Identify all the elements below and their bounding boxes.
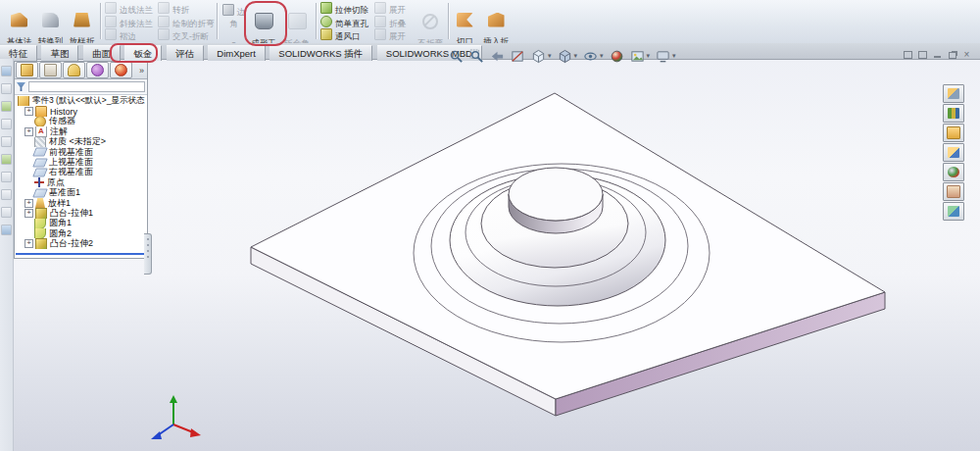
document-recovery-icon	[948, 206, 959, 217]
tree-item-top-plane[interactable]: 上视基准面	[15, 157, 147, 167]
expand-icon[interactable]	[24, 127, 33, 136]
dimxpertmanager-tab[interactable]	[86, 62, 109, 78]
left-toolbar-icon[interactable]	[1, 154, 12, 165]
panel-splitter-handle[interactable]	[144, 233, 152, 275]
tree-item-label: 基准面1	[49, 188, 80, 198]
view-palette-button[interactable]	[943, 143, 964, 162]
task-pane-strip	[943, 84, 964, 222]
tab-surfaces[interactable]: 曲面	[83, 45, 121, 61]
tree-item-plane1[interactable]: 基准面1	[15, 188, 147, 198]
restore-button[interactable]	[946, 49, 958, 61]
minimize-button[interactable]	[931, 49, 944, 61]
tree-item-label: 上视基准面	[49, 157, 93, 167]
configurationmanager-tab[interactable]	[63, 62, 85, 78]
apply-scene-button[interactable]	[627, 48, 654, 65]
tree-item-label: 注解	[50, 126, 68, 136]
propertymanager-tab[interactable]	[39, 62, 62, 78]
view-orientation-button[interactable]	[528, 48, 555, 65]
zoom-to-area-button[interactable]	[466, 48, 487, 65]
left-toolbar-icon[interactable]	[1, 136, 12, 147]
display-style-button[interactable]	[555, 48, 581, 65]
left-toolbar-icon[interactable]	[1, 83, 12, 94]
tree-filter-input[interactable]	[28, 81, 145, 92]
expand-icon[interactable]	[24, 239, 33, 248]
left-toolbar-icon[interactable]	[1, 225, 12, 235]
zoom-to-fit-button[interactable]	[446, 48, 466, 65]
plane-icon	[32, 188, 47, 197]
edit-appearance-icon	[610, 49, 624, 64]
boss-top-face[interactable]	[509, 168, 603, 221]
displaymanager-tab[interactable]	[110, 62, 132, 78]
tree-item-history[interactable]: History	[15, 106, 147, 116]
manager-tabs-overflow-button[interactable]: »	[139, 66, 146, 75]
material-icon	[34, 137, 46, 147]
heads-up-view-toolbar	[446, 47, 679, 65]
tab-sketch[interactable]: 草图	[41, 45, 78, 61]
filter-funnel-icon	[17, 82, 25, 91]
left-toolbar-icon[interactable]	[1, 172, 12, 182]
tree-item-label: 圆角1	[49, 219, 72, 228]
solidworks-window: 基体法 兰/薄片 转换到 钣金 放样折 弯 边线法兰 斜接法兰 褶边 转折 绘制…	[0, 0, 980, 451]
tree-item-annotations[interactable]: 注解	[15, 126, 147, 136]
expand-icon[interactable]	[24, 209, 33, 218]
edit-appearance-button[interactable]	[607, 48, 627, 65]
tab-solidworks-addins[interactable]: SOLIDWORKS 插件	[270, 45, 372, 61]
file-explorer-icon	[947, 126, 960, 139]
part-model[interactable]	[251, 93, 885, 416]
view-settings-button[interactable]	[653, 48, 679, 65]
tree-item-boss-extrude2[interactable]: 凸台-拉伸2	[15, 238, 147, 248]
apply-scene-icon	[630, 49, 645, 64]
hide-show-items-button[interactable]	[580, 48, 607, 65]
left-toolbar-icon[interactable]	[1, 207, 12, 218]
previous-view-icon	[490, 49, 505, 64]
close-button[interactable]: ×	[960, 49, 973, 61]
expand-icon[interactable]	[24, 107, 33, 116]
triad-x-axis	[173, 425, 193, 432]
sensor-icon	[34, 117, 46, 126]
tree-item-origin[interactable]: 原点	[15, 177, 147, 187]
tree-item-right-plane[interactable]: 右视基准面	[15, 168, 147, 177]
left-toolbar-icon[interactable]	[1, 119, 12, 129]
section-view-button[interactable]	[508, 48, 528, 65]
custom-properties-button[interactable]	[943, 182, 964, 201]
tree-item-sensors[interactable]: 传感器	[15, 117, 147, 126]
tab-evaluate[interactable]: 评估	[167, 45, 204, 61]
document-recovery-button[interactable]	[943, 202, 964, 221]
tree-item-part[interactable]: 零件3 (默认<<默认>_显示状态	[15, 96, 147, 106]
solidworks-resources-icon	[948, 88, 959, 99]
tree-filter-row	[15, 79, 147, 95]
property-manager-icon	[44, 64, 57, 76]
window-icon	[918, 51, 927, 59]
tree-item-loft1[interactable]: 放样1	[15, 198, 147, 208]
feature-tree-icon	[21, 64, 33, 76]
featuremanager-panel: » 零件3 (默认<<默认>_显示状态 History 传感器 注解 材质 <未…	[14, 61, 148, 259]
solidworks-resources-button[interactable]	[943, 84, 964, 103]
left-toolbar-icon[interactable]	[1, 189, 12, 200]
tree-item-boss-extrude1[interactable]: 凸台-拉伸1	[15, 208, 147, 218]
design-library-button[interactable]	[943, 104, 964, 123]
triad-y-arrowhead	[170, 395, 177, 403]
design-library-icon	[948, 108, 959, 119]
tree-item-label: 凸台-拉伸2	[50, 238, 93, 248]
expand-icon[interactable]	[24, 199, 33, 208]
appearances-scenes-button[interactable]	[943, 163, 964, 181]
left-toolbar-icon[interactable]	[1, 101, 12, 112]
featuremanager-tree-tab[interactable]	[16, 62, 38, 78]
tree-item-fillet2[interactable]: 圆角2	[15, 228, 147, 238]
tree-item-front-plane[interactable]: 前视基准面	[15, 147, 147, 157]
tree-item-fillet1[interactable]: 圆角1	[15, 219, 147, 228]
manager-tab-bar: »	[15, 62, 147, 79]
tree-item-material[interactable]: 材质 <未指定>	[15, 137, 147, 147]
window-button-1[interactable]	[902, 49, 914, 61]
previous-view-button[interactable]	[487, 48, 508, 65]
rollback-bar[interactable]	[16, 253, 146, 255]
left-toolbar-icon[interactable]	[1, 66, 12, 76]
window-button-2[interactable]	[916, 49, 929, 61]
tree-item-label: 放样1	[48, 198, 71, 208]
tab-sheet-metal[interactable]: 钣金	[124, 45, 162, 61]
file-explorer-button[interactable]	[943, 124, 964, 142]
left-toolbar-strip	[0, 59, 14, 451]
coordinate-triad	[151, 395, 201, 439]
tab-dimxpert[interactable]: DimXpert	[208, 45, 266, 61]
boss-extrude-icon	[35, 238, 47, 248]
